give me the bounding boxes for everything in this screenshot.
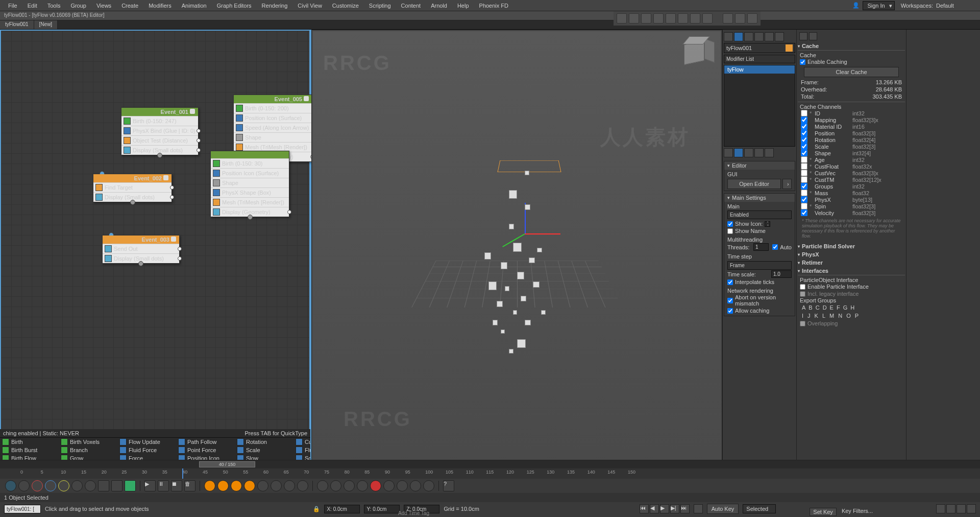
node-header[interactable]: Event_001 <box>121 108 198 116</box>
tool-icon[interactable] <box>32 480 43 491</box>
op-display[interactable]: Display (Small dots) <box>105 194 155 200</box>
clear-cache-button[interactable]: Clear Cache <box>804 67 899 77</box>
node-event-003[interactable]: Event_003 Send Out Display (Small dots) <box>102 235 180 264</box>
allow-caching-checkbox[interactable] <box>727 308 733 314</box>
nav-icon[interactable] <box>946 504 955 513</box>
tool-icon[interactable] <box>18 480 30 491</box>
rollout-retimer[interactable]: Retimer <box>798 258 905 267</box>
menu-help[interactable]: Help <box>452 1 474 10</box>
node-header[interactable] <box>211 151 289 158</box>
setkey-button[interactable]: Set Key <box>810 508 837 516</box>
menu-tools[interactable]: Tools <box>42 1 66 10</box>
channel-checkbox[interactable] <box>801 163 807 170</box>
tool-icon[interactable] <box>125 480 136 491</box>
time-slider[interactable]: 40 / 150 <box>0 460 980 468</box>
maxscript-listener[interactable] <box>4 505 41 513</box>
time-slider-thumb[interactable]: 40 / 150 <box>199 461 255 467</box>
modifier-stack[interactable]: tyFlow <box>724 65 795 147</box>
vp-tool-icon[interactable] <box>617 13 627 24</box>
channel-checkbox[interactable] <box>801 190 807 196</box>
tool-icon[interactable] <box>344 480 355 491</box>
menu-customize[interactable]: Customize <box>327 1 364 10</box>
signin-dropdown[interactable]: Sign In <box>863 1 894 10</box>
op-position-icon[interactable]: Position Icon (Surface) <box>222 170 279 176</box>
abort-checkbox[interactable] <box>727 298 733 303</box>
operator-item[interactable]: Rotation <box>235 438 293 446</box>
node-header[interactable]: Event_005 <box>234 95 312 103</box>
node-header[interactable]: Event_002 <box>93 174 172 182</box>
operator-item[interactable]: Birth Voxels <box>59 438 117 446</box>
viewport[interactable]: REDEFINEFX.COM RRCG 人人素材 RRCG <box>311 30 722 514</box>
channel-checkbox[interactable] <box>801 209 807 216</box>
tool-icon[interactable] <box>357 480 368 491</box>
vp-tool-icon[interactable] <box>666 13 676 24</box>
hierarchy-tab-icon[interactable] <box>744 32 753 41</box>
channel-checkbox[interactable] <box>801 130 807 136</box>
channel-checkbox[interactable] <box>801 143 807 150</box>
y-coord[interactable]: Y: 0.0cm <box>364 505 400 513</box>
stack-tool-icon[interactable] <box>765 148 774 157</box>
tool-icon[interactable] <box>85 480 96 491</box>
op-display[interactable]: Display (Geometry) <box>222 209 271 215</box>
channel-checkbox[interactable] <box>801 196 807 203</box>
operator-item[interactable]: Fluid F <box>293 446 310 454</box>
node-event-001[interactable]: Event_001 Birth (0-150: 247) PhysX Bind … <box>121 107 199 155</box>
op-shape[interactable]: Shape <box>245 134 261 140</box>
menu-views[interactable]: Views <box>91 1 116 10</box>
tool-icon[interactable] <box>317 480 328 491</box>
tool-icon[interactable] <box>257 480 268 491</box>
menu-civil-view[interactable]: Civil View <box>292 1 327 10</box>
cache-icon[interactable] <box>809 32 817 40</box>
tool-icon[interactable] <box>271 480 282 491</box>
tool-icon[interactable] <box>397 480 408 491</box>
channel-checkbox[interactable] <box>801 116 807 123</box>
tool-icon[interactable] <box>297 480 308 491</box>
stack-tool-icon[interactable] <box>754 148 764 157</box>
fire-icon[interactable] <box>231 480 242 491</box>
stop-button[interactable]: ⏹ <box>171 480 182 491</box>
node-header[interactable]: Event_003 <box>103 236 179 244</box>
tab-new[interactable]: [New] <box>34 20 58 29</box>
enable-caching-checkbox[interactable] <box>800 59 805 65</box>
tool-icon[interactable] <box>330 480 341 491</box>
tool-icon[interactable] <box>58 480 69 491</box>
utilities-tab-icon[interactable] <box>775 32 784 41</box>
enable-pi-checkbox[interactable] <box>800 284 805 290</box>
operator-item[interactable]: Fluid Force <box>117 446 176 454</box>
enabled-dropdown[interactable]: Enabled <box>727 210 792 219</box>
channel-checkbox[interactable] <box>801 183 807 190</box>
fire-icon[interactable] <box>204 480 215 491</box>
x-coord[interactable]: X: 0.0cm <box>324 505 360 513</box>
stack-tool-icon[interactable] <box>724 148 733 157</box>
modify-tab-icon[interactable] <box>734 32 743 41</box>
op-send-out[interactable]: Send Out <box>114 246 137 252</box>
op-mesh[interactable]: Mesh (TriMesh [Render]) <box>222 199 284 205</box>
op-position-icon[interactable]: Position Icon (Surface) <box>245 115 302 121</box>
transport-last[interactable]: ⏭ <box>680 504 690 513</box>
tool-icon[interactable] <box>98 480 109 491</box>
op-physx-shape[interactable]: PhysX Shape (Box) <box>222 190 271 196</box>
object-color-swatch[interactable] <box>786 44 793 52</box>
open-editor-aux-button[interactable]: › <box>782 179 792 189</box>
play-button[interactable]: ▶ <box>144 480 156 491</box>
keyfilters-link[interactable]: Key Filters... <box>842 508 873 516</box>
timestep-dropdown[interactable]: Frame <box>727 261 792 270</box>
vp-tool-icon[interactable] <box>641 13 651 24</box>
stack-item-tyflow[interactable]: tyFlow <box>724 65 795 74</box>
open-editor-button[interactable]: Open Editor <box>727 179 781 189</box>
view-cube[interactable] <box>680 38 708 67</box>
rollout-interfaces[interactable]: Interfaces <box>798 267 905 275</box>
channel-checkbox[interactable] <box>801 156 807 163</box>
rollout-pbind[interactable]: Particle Bind Solver <box>798 242 905 250</box>
fire-icon[interactable] <box>244 480 255 491</box>
tab-tyflow001[interactable]: tyFlow001 <box>0 20 34 29</box>
lock-icon[interactable]: 🔒 <box>313 506 320 512</box>
menu-rendering[interactable]: Rendering <box>257 1 293 10</box>
icon-size-spinner[interactable] <box>765 221 770 227</box>
node-event-002[interactable]: Event_002 Find Target Display (Small dot… <box>93 174 172 202</box>
node-graph[interactable]: Event_001 Birth (0-150: 247) PhysX Bind … <box>0 30 310 429</box>
threads-spinner[interactable] <box>753 243 769 251</box>
transport-play[interactable]: ▶ <box>660 504 669 513</box>
tool-icon[interactable] <box>370 480 381 491</box>
channel-checkbox[interactable] <box>801 150 807 156</box>
